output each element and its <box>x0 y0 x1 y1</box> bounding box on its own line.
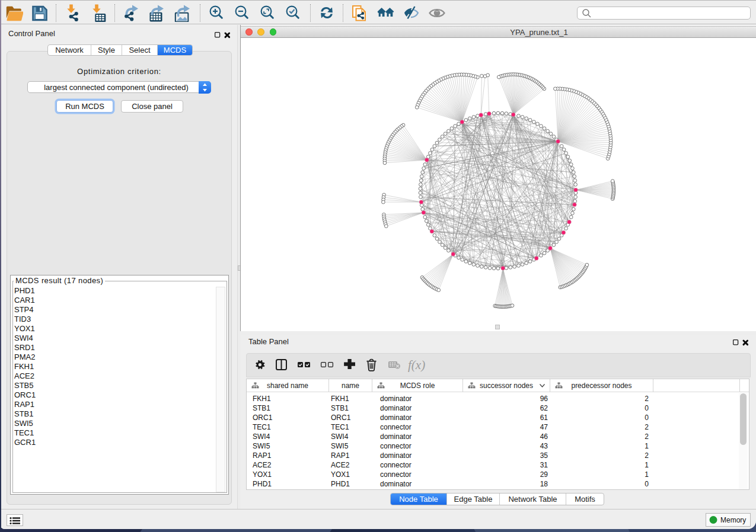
svg-text:f(x): f(x) <box>408 358 425 372</box>
svg-text:Memory: Memory <box>720 516 746 524</box>
